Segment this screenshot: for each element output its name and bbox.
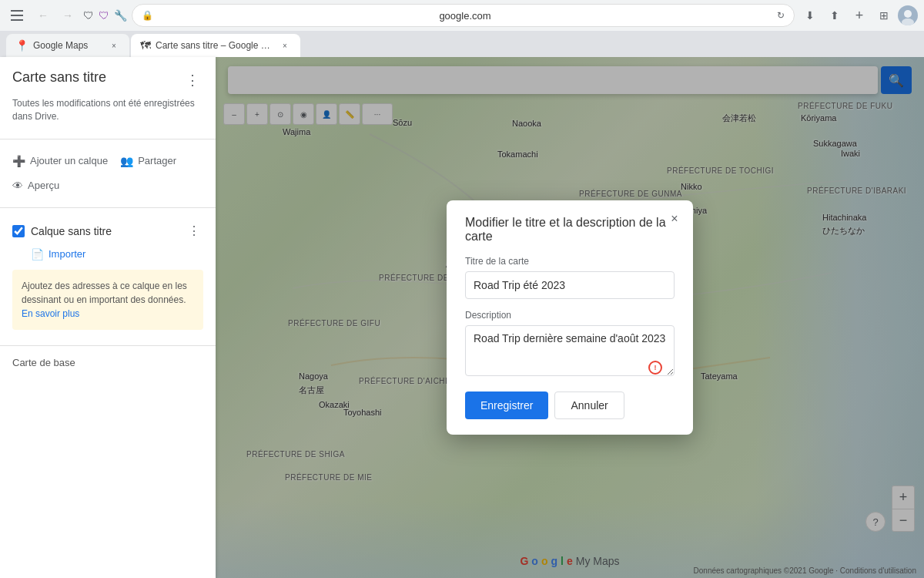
tab-close-mymaps[interactable]: × — [279, 39, 291, 52]
layer-title: Calque sans titre — [31, 225, 179, 237]
add-layer-icon: ➕ — [12, 155, 25, 167]
back-button[interactable]: ← — [32, 5, 54, 26]
info-text: Ajoutez des adresses à ce calque en les … — [22, 281, 187, 305]
svg-rect-2 — [11, 19, 23, 21]
tab-close-googlemaps[interactable]: × — [108, 39, 120, 52]
extension-icon: 🔧 — [114, 9, 127, 22]
tab-title-googlemaps: Google Maps — [33, 40, 103, 51]
sidebar-actions: ➕ Ajouter un calque 👥 Partager — [0, 146, 216, 176]
base-map-label: Carte de base — [12, 357, 75, 368]
sidebar-menu-button[interactable]: ⋮ — [182, 69, 203, 91]
save-button[interactable]: Enregistrer — [465, 391, 548, 419]
browser-chrome: ← → 🛡 🛡 🔧 🔒 google.com ↻ ⬇ ⬆ + ⊞ 📍 Googl — [0, 0, 924, 57]
base-map-section: Carte de base — [0, 352, 216, 372]
description-wrapper: ! — [465, 325, 675, 379]
map-title: Carte sans titre — [12, 69, 106, 86]
map-area[interactable]: SōzuWajimaNaooka会津若松KōriyamaSukkagawaIwa… — [216, 57, 924, 578]
modal-title: Modifier le titre et la description de l… — [465, 216, 675, 244]
reload-button[interactable]: ↻ — [777, 10, 785, 21]
share-label: Partager — [138, 155, 176, 166]
modal-buttons: Enregistrer Annuler — [465, 391, 675, 419]
divider-2 — [0, 207, 216, 208]
share-button[interactable]: ⬆ — [824, 5, 845, 26]
shield-icon-1: 🛡 — [83, 9, 94, 22]
shield-icon-2: 🛡 — [99, 9, 109, 22]
sidebar-saved-message: Toutes les modifications ont été enregis… — [0, 97, 216, 133]
add-layer-button[interactable]: ➕ Ajouter un calque — [12, 152, 108, 170]
svg-rect-1 — [11, 15, 23, 16]
browser-toolbar: ← → 🛡 🛡 🔧 🔒 google.com ↻ ⬇ ⬆ + ⊞ — [0, 0, 924, 31]
import-button[interactable]: 📄 Importer — [12, 245, 203, 264]
domain-text: google.com — [158, 10, 772, 22]
title-input[interactable] — [465, 271, 675, 299]
info-box: Ajoutez des adresses à ce calque en les … — [12, 270, 203, 330]
tab-favicon-googlemaps: 📍 — [15, 39, 28, 52]
browser-tabs: 📍 Google Maps × 🗺 Carte sans titre – Goo… — [0, 31, 924, 57]
layer-menu-button[interactable]: ⋮ — [185, 222, 203, 240]
divider-3 — [0, 345, 216, 346]
sidebar: Carte sans titre ⋮ Toutes les modificati… — [0, 57, 216, 578]
add-layer-label: Ajouter un calque — [30, 155, 108, 166]
modal-overlay: × Modifier le titre et la description de… — [216, 57, 924, 578]
sidebar-toggle-button[interactable] — [6, 5, 28, 26]
lock-icon: 🔒 — [142, 10, 153, 21]
new-tab-button[interactable]: + — [849, 5, 870, 26]
layer-header: Calque sans titre ⋮ — [12, 217, 203, 245]
import-label: Importer — [49, 248, 85, 260]
forward-button[interactable]: → — [57, 5, 79, 26]
description-field-label: Description — [465, 310, 675, 321]
layer-checkbox[interactable] — [12, 225, 25, 237]
sidebar-header: Carte sans titre ⋮ — [0, 57, 216, 97]
description-input[interactable] — [465, 325, 675, 376]
info-link[interactable]: En savoir plus — [22, 308, 79, 319]
preview-icon: 👁 — [12, 180, 23, 192]
sidebar-preview-action: 👁 Aperçu — [0, 176, 216, 201]
svg-rect-0 — [11, 10, 23, 12]
cancel-button[interactable]: Annuler — [554, 391, 624, 419]
address-bar[interactable]: 🔒 google.com ↻ — [132, 4, 795, 27]
char-indicator: ! — [648, 361, 662, 375]
tab-googlemaps[interactable]: 📍 Google Maps × — [6, 34, 129, 57]
modal-close-button[interactable]: × — [664, 208, 685, 230]
download-button[interactable]: ⬇ — [799, 5, 821, 26]
share-button[interactable]: 👥 Partager — [120, 152, 176, 170]
divider-1 — [0, 139, 216, 139]
share-icon: 👥 — [120, 155, 133, 167]
import-icon: 📄 — [31, 248, 44, 260]
tab-favicon-mymaps: 🗺 — [140, 39, 151, 52]
tab-title-mymaps: Carte sans titre – Google My Maps — [156, 40, 274, 51]
grid-button[interactable]: ⊞ — [873, 5, 895, 26]
modal-dialog: × Modifier le titre et la description de… — [447, 200, 693, 435]
title-field-label: Titre de la carte — [465, 256, 675, 267]
svg-point-4 — [902, 18, 914, 25]
content-area: Carte sans titre ⋮ Toutes les modificati… — [0, 57, 924, 578]
preview-label: Aperçu — [28, 180, 59, 191]
browser-actions: ⬇ ⬆ + ⊞ — [799, 5, 918, 26]
layer-section: Calque sans titre ⋮ 📄 Importer Ajoutez d… — [0, 214, 216, 339]
nav-controls: ← → — [32, 5, 79, 26]
svg-point-3 — [904, 10, 912, 18]
preview-button[interactable]: 👁 Aperçu — [12, 176, 59, 195]
tab-mymaps[interactable]: 🗺 Carte sans titre – Google My Maps × — [131, 34, 300, 57]
profile-avatar[interactable] — [898, 5, 918, 25]
